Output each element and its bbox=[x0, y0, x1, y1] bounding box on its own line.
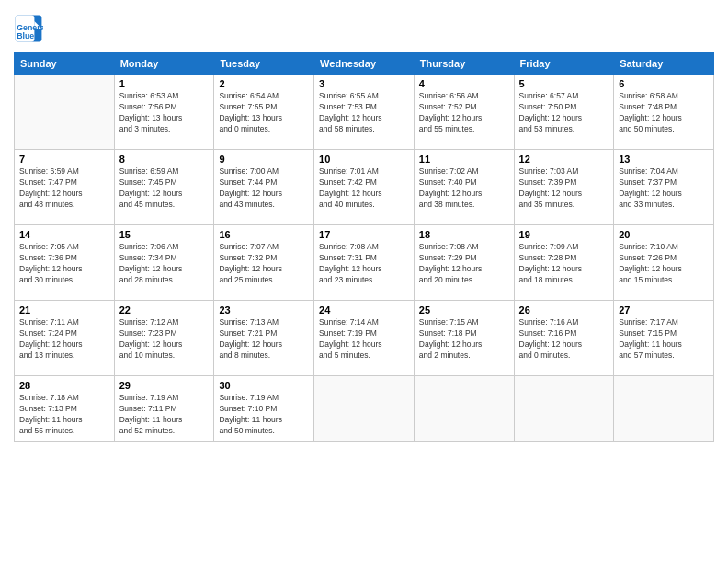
weekday-header-row: SundayMondayTuesdayWednesdayThursdayFrid… bbox=[15, 53, 714, 75]
weekday-header-friday: Friday bbox=[514, 53, 614, 75]
day-number: 1 bbox=[119, 78, 210, 89]
day-number: 5 bbox=[519, 78, 609, 89]
day-info: Sunrise: 7:14 AMSunset: 7:19 PMDaylight:… bbox=[319, 317, 409, 362]
day-info: Sunrise: 7:08 AMSunset: 7:31 PMDaylight:… bbox=[319, 242, 409, 286]
calendar-cell: 27Sunrise: 7:17 AMSunset: 7:15 PMDayligh… bbox=[614, 301, 714, 376]
day-number: 7 bbox=[19, 154, 109, 165]
day-info: Sunrise: 6:57 AMSunset: 7:50 PMDaylight:… bbox=[519, 91, 609, 135]
week-row-1: 1Sunrise: 6:53 AMSunset: 7:56 PMDaylight… bbox=[15, 75, 714, 150]
day-number: 27 bbox=[619, 304, 709, 316]
day-number: 29 bbox=[119, 380, 210, 391]
calendar-cell: 23Sunrise: 7:13 AMSunset: 7:21 PMDayligh… bbox=[214, 301, 314, 376]
day-info: Sunrise: 6:58 AMSunset: 7:48 PMDaylight:… bbox=[619, 91, 709, 135]
day-number: 19 bbox=[519, 229, 609, 240]
day-info: Sunrise: 6:55 AMSunset: 7:53 PMDaylight:… bbox=[319, 91, 409, 135]
day-number: 21 bbox=[19, 304, 109, 316]
week-row-2: 7Sunrise: 6:59 AMSunset: 7:47 PMDaylight… bbox=[15, 150, 714, 225]
day-info: Sunrise: 6:56 AMSunset: 7:52 PMDaylight:… bbox=[419, 91, 509, 135]
day-number: 10 bbox=[319, 154, 409, 165]
calendar-cell: 17Sunrise: 7:08 AMSunset: 7:31 PMDayligh… bbox=[314, 225, 415, 301]
calendar-cell: 12Sunrise: 7:03 AMSunset: 7:39 PMDayligh… bbox=[514, 150, 614, 225]
day-info: Sunrise: 7:01 AMSunset: 7:42 PMDaylight:… bbox=[319, 167, 409, 211]
weekday-header-monday: Monday bbox=[114, 53, 214, 75]
day-info: Sunrise: 7:05 AMSunset: 7:36 PMDaylight:… bbox=[19, 242, 109, 286]
day-number: 13 bbox=[619, 154, 709, 165]
calendar-cell: 26Sunrise: 7:16 AMSunset: 7:16 PMDayligh… bbox=[514, 301, 614, 376]
day-info: Sunrise: 7:18 AMSunset: 7:13 PMDaylight:… bbox=[19, 393, 109, 437]
weekday-header-saturday: Saturday bbox=[614, 53, 714, 75]
calendar-cell: 14Sunrise: 7:05 AMSunset: 7:36 PMDayligh… bbox=[15, 225, 115, 301]
day-number: 16 bbox=[219, 229, 309, 240]
svg-text:Blue: Blue bbox=[17, 31, 34, 40]
weekday-header-wednesday: Wednesday bbox=[314, 53, 415, 75]
page: General Blue SundayMondayTuesdayWednesda… bbox=[0, 0, 728, 563]
calendar-cell bbox=[414, 376, 514, 442]
calendar-cell: 24Sunrise: 7:14 AMSunset: 7:19 PMDayligh… bbox=[314, 301, 415, 376]
day-info: Sunrise: 7:19 AMSunset: 7:10 PMDaylight:… bbox=[219, 393, 309, 437]
week-row-3: 14Sunrise: 7:05 AMSunset: 7:36 PMDayligh… bbox=[15, 225, 714, 301]
weekday-header-thursday: Thursday bbox=[414, 53, 514, 75]
logo: General Blue bbox=[14, 14, 47, 43]
week-row-5: 28Sunrise: 7:18 AMSunset: 7:13 PMDayligh… bbox=[15, 376, 714, 442]
svg-text:General: General bbox=[17, 23, 43, 32]
calendar-cell: 25Sunrise: 7:15 AMSunset: 7:18 PMDayligh… bbox=[414, 301, 514, 376]
day-info: Sunrise: 6:54 AMSunset: 7:55 PMDaylight:… bbox=[219, 91, 309, 135]
day-number: 30 bbox=[219, 380, 309, 391]
calendar-cell: 13Sunrise: 7:04 AMSunset: 7:37 PMDayligh… bbox=[614, 150, 714, 225]
day-info: Sunrise: 7:19 AMSunset: 7:11 PMDaylight:… bbox=[119, 393, 210, 437]
calendar-cell: 15Sunrise: 7:06 AMSunset: 7:34 PMDayligh… bbox=[114, 225, 214, 301]
weekday-header-sunday: Sunday bbox=[15, 53, 115, 75]
calendar-cell: 18Sunrise: 7:08 AMSunset: 7:29 PMDayligh… bbox=[414, 225, 514, 301]
calendar-cell: 16Sunrise: 7:07 AMSunset: 7:32 PMDayligh… bbox=[214, 225, 314, 301]
day-number: 9 bbox=[219, 154, 309, 165]
day-number: 2 bbox=[219, 78, 309, 89]
day-info: Sunrise: 7:12 AMSunset: 7:23 PMDaylight:… bbox=[119, 317, 210, 362]
calendar-cell bbox=[514, 376, 614, 442]
day-info: Sunrise: 7:13 AMSunset: 7:21 PMDaylight:… bbox=[219, 317, 309, 362]
day-number: 23 bbox=[219, 304, 309, 316]
day-info: Sunrise: 7:08 AMSunset: 7:29 PMDaylight:… bbox=[419, 242, 509, 286]
day-info: Sunrise: 6:59 AMSunset: 7:45 PMDaylight:… bbox=[119, 167, 210, 211]
calendar-cell bbox=[314, 376, 415, 442]
calendar-table: SundayMondayTuesdayWednesdayThursdayFrid… bbox=[14, 52, 714, 442]
day-number: 14 bbox=[19, 229, 109, 240]
day-number: 6 bbox=[619, 78, 709, 89]
calendar-cell: 10Sunrise: 7:01 AMSunset: 7:42 PMDayligh… bbox=[314, 150, 415, 225]
calendar-cell: 30Sunrise: 7:19 AMSunset: 7:10 PMDayligh… bbox=[214, 376, 314, 442]
day-number: 28 bbox=[19, 380, 109, 391]
day-info: Sunrise: 7:06 AMSunset: 7:34 PMDaylight:… bbox=[119, 242, 210, 286]
weekday-header-tuesday: Tuesday bbox=[214, 53, 314, 75]
week-row-4: 21Sunrise: 7:11 AMSunset: 7:24 PMDayligh… bbox=[15, 301, 714, 376]
day-number: 22 bbox=[119, 304, 210, 316]
day-info: Sunrise: 7:03 AMSunset: 7:39 PMDaylight:… bbox=[519, 167, 609, 211]
day-number: 3 bbox=[319, 78, 409, 89]
calendar-cell: 19Sunrise: 7:09 AMSunset: 7:28 PMDayligh… bbox=[514, 225, 614, 301]
calendar-cell: 2Sunrise: 6:54 AMSunset: 7:55 PMDaylight… bbox=[214, 75, 314, 150]
day-number: 18 bbox=[419, 229, 509, 240]
day-info: Sunrise: 7:10 AMSunset: 7:26 PMDaylight:… bbox=[619, 242, 709, 286]
calendar-cell: 11Sunrise: 7:02 AMSunset: 7:40 PMDayligh… bbox=[414, 150, 514, 225]
logo-icon: General Blue bbox=[14, 14, 43, 43]
calendar-cell: 8Sunrise: 6:59 AMSunset: 7:45 PMDaylight… bbox=[114, 150, 214, 225]
day-info: Sunrise: 6:59 AMSunset: 7:47 PMDaylight:… bbox=[19, 167, 109, 211]
calendar-cell: 7Sunrise: 6:59 AMSunset: 7:47 PMDaylight… bbox=[15, 150, 115, 225]
day-number: 8 bbox=[119, 154, 210, 165]
day-info: Sunrise: 7:02 AMSunset: 7:40 PMDaylight:… bbox=[419, 167, 509, 211]
day-number: 11 bbox=[419, 154, 509, 165]
calendar-cell: 4Sunrise: 6:56 AMSunset: 7:52 PMDaylight… bbox=[414, 75, 514, 150]
calendar-cell: 6Sunrise: 6:58 AMSunset: 7:48 PMDaylight… bbox=[614, 75, 714, 150]
day-number: 25 bbox=[419, 304, 509, 316]
calendar-cell: 21Sunrise: 7:11 AMSunset: 7:24 PMDayligh… bbox=[15, 301, 115, 376]
day-number: 12 bbox=[519, 154, 609, 165]
calendar-cell: 22Sunrise: 7:12 AMSunset: 7:23 PMDayligh… bbox=[114, 301, 214, 376]
day-number: 17 bbox=[319, 229, 409, 240]
day-info: Sunrise: 7:17 AMSunset: 7:15 PMDaylight:… bbox=[619, 317, 709, 362]
calendar-cell: 28Sunrise: 7:18 AMSunset: 7:13 PMDayligh… bbox=[15, 376, 115, 442]
calendar-cell: 9Sunrise: 7:00 AMSunset: 7:44 PMDaylight… bbox=[214, 150, 314, 225]
day-info: Sunrise: 7:11 AMSunset: 7:24 PMDaylight:… bbox=[19, 317, 109, 362]
day-info: Sunrise: 7:15 AMSunset: 7:18 PMDaylight:… bbox=[419, 317, 509, 362]
calendar-cell: 20Sunrise: 7:10 AMSunset: 7:26 PMDayligh… bbox=[614, 225, 714, 301]
day-number: 26 bbox=[519, 304, 609, 316]
day-number: 24 bbox=[319, 304, 409, 316]
day-info: Sunrise: 7:00 AMSunset: 7:44 PMDaylight:… bbox=[219, 167, 309, 211]
